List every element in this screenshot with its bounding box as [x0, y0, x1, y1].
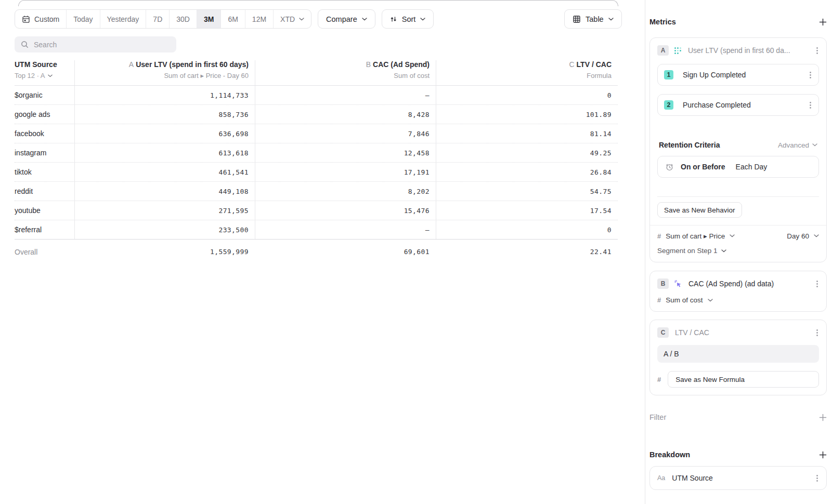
- value-cell-c: 26.84: [436, 163, 618, 181]
- save-as-new-formula-button[interactable]: Save as New Formula: [668, 371, 819, 388]
- date-range-custom[interactable]: Custom: [15, 10, 66, 28]
- chevron-down-icon[interactable]: [48, 74, 53, 77]
- sort-button[interactable]: Sort: [382, 9, 434, 29]
- value-cell-a: 233,500: [74, 220, 255, 239]
- value-cell-a: 636,698: [74, 124, 255, 143]
- day-window-dropdown[interactable]: Day 60: [787, 232, 809, 240]
- advanced-dropdown[interactable]: Advanced: [778, 141, 817, 149]
- metric-letter-badge: C: [657, 327, 669, 338]
- measure-dropdown[interactable]: Sum of cost: [666, 296, 703, 304]
- filter-section-header: Filter: [649, 413, 827, 421]
- date-range-xtd[interactable]: XTD: [273, 10, 311, 28]
- utm-source-cell: facebook: [15, 124, 74, 143]
- chevron-down-icon: [299, 18, 304, 21]
- value-cell-b: –: [255, 220, 436, 239]
- column-header-a[interactable]: AUser LTV (spend in first 60 days) Sum o…: [74, 60, 255, 85]
- overall-row: Overall 1,559,999 69,601 22.41: [15, 240, 618, 264]
- utm-source-cell: google ads: [15, 105, 74, 124]
- step-number-badge: 1: [664, 70, 673, 79]
- column-header-b[interactable]: BCAC (Ad Spend) Sum of cost: [255, 60, 436, 85]
- overall-label: Overall: [15, 240, 74, 264]
- metric-name[interactable]: LTV / CAC: [675, 328, 810, 337]
- results-table: UTM Source Top 12 · A AUser LTV (spend i…: [15, 57, 618, 264]
- report-card-top-edge: [18, 0, 618, 6]
- chevron-down-icon: [362, 18, 367, 21]
- value-cell-a: 449,108: [74, 182, 255, 201]
- kebab-menu-icon[interactable]: [815, 46, 819, 55]
- table-header: UTM Source Top 12 · A AUser LTV (spend i…: [15, 57, 618, 86]
- toolbar: Custom Today Yesterday 7D 30D 3M 6M 12M …: [15, 9, 434, 29]
- date-range-3m[interactable]: 3M: [197, 10, 220, 28]
- search-icon: [21, 41, 29, 48]
- metric-a-measure-footer: # Sum of cart ▸ Price Day 60 Segment on …: [650, 225, 826, 262]
- date-range-label: Custom: [34, 15, 59, 23]
- table-row[interactable]: youtube 271,595 15,476 17.54: [15, 201, 618, 220]
- segment-on-step-dropdown[interactable]: Segment on Step 1: [657, 247, 726, 255]
- metric-name[interactable]: CAC (Ad Spend) (ad data): [688, 280, 810, 288]
- chevron-down-icon: [608, 18, 614, 21]
- click-event-icon: [674, 280, 682, 288]
- search-input[interactable]: [34, 41, 170, 49]
- table-body: $organic 1,114,733 – 0 google ads 858,73…: [15, 86, 618, 240]
- kebab-menu-icon[interactable]: [815, 328, 819, 337]
- funnel-step-1[interactable]: 1 Sign Up Completed: [657, 64, 819, 86]
- table-row[interactable]: reddit 449,108 8,202 54.75: [15, 182, 618, 201]
- column-header-c[interactable]: CLTV / CAC Formula: [436, 60, 618, 85]
- save-as-new-behavior-button[interactable]: Save as New Behavior: [657, 202, 742, 218]
- compare-button[interactable]: Compare: [318, 9, 375, 29]
- table-row[interactable]: $referral 233,500 – 0: [15, 220, 618, 240]
- date-range-30d[interactable]: 30D: [169, 10, 197, 28]
- metric-card-a: A User LTV (spend in first 60 da... 1 Si…: [649, 37, 827, 262]
- date-range-yesterday[interactable]: Yesterday: [100, 10, 146, 28]
- value-cell-c: 0: [436, 220, 618, 239]
- date-range-today[interactable]: Today: [66, 10, 99, 28]
- kebab-menu-icon[interactable]: [815, 280, 819, 288]
- formula-input[interactable]: A / B: [657, 345, 819, 363]
- table-grid-icon: [573, 15, 581, 23]
- breakdown-item-utm-source[interactable]: Aa UTM Source: [649, 466, 827, 490]
- date-range-picker: Custom Today Yesterday 7D 30D 3M 6M 12M …: [15, 9, 311, 29]
- value-cell-c: 0: [436, 86, 618, 104]
- value-cell-a: 271,595: [74, 201, 255, 220]
- kebab-menu-icon[interactable]: [815, 474, 819, 483]
- chevron-down-icon[interactable]: [814, 234, 819, 237]
- kebab-menu-icon[interactable]: [809, 71, 812, 79]
- table-row[interactable]: facebook 636,698 7,846 81.14: [15, 124, 618, 143]
- add-metric-icon[interactable]: [819, 18, 827, 26]
- retention-behavior-card[interactable]: On or Before Each Day: [657, 156, 819, 178]
- value-cell-c: 54.75: [436, 182, 618, 201]
- table-row[interactable]: tiktok 461,541 17,191 26.84: [15, 163, 618, 182]
- add-filter-icon[interactable]: [819, 414, 827, 421]
- utm-source-cell: reddit: [15, 182, 74, 201]
- funnel-step-2[interactable]: 2 Purchase Completed: [657, 94, 819, 116]
- table-row[interactable]: $organic 1,114,733 – 0: [15, 86, 618, 105]
- value-cell-b: 8,428: [255, 105, 436, 124]
- date-range-7d[interactable]: 7D: [146, 10, 169, 28]
- utm-source-cell: $referral: [15, 220, 74, 239]
- value-cell-a: 613,618: [74, 143, 255, 162]
- text-property-icon: Aa: [657, 474, 665, 482]
- table-row[interactable]: google ads 858,736 8,428 101.89: [15, 105, 618, 124]
- chevron-down-icon[interactable]: [708, 299, 713, 302]
- table-row[interactable]: instagram 613,618 12,458 49.25: [15, 143, 618, 163]
- breakdown-section-header: Breakdown: [649, 450, 827, 459]
- main-panel: Custom Today Yesterday 7D 30D 3M 6M 12M …: [0, 0, 645, 504]
- measure-dropdown[interactable]: Sum of cart ▸ Price: [666, 232, 725, 240]
- value-cell-c: 49.25: [436, 143, 618, 162]
- source-column-header[interactable]: UTM Source Top 12 · A: [15, 60, 74, 85]
- metric-name[interactable]: User LTV (spend in first 60 da...: [688, 46, 810, 55]
- add-breakdown-icon[interactable]: [819, 451, 827, 459]
- utm-source-cell: youtube: [15, 201, 74, 220]
- date-range-12m[interactable]: 12M: [245, 10, 273, 28]
- value-cell-c: 81.14: [436, 124, 618, 143]
- calendar-icon: [22, 15, 30, 23]
- value-cell-b: 15,476: [255, 201, 436, 220]
- date-range-6m[interactable]: 6M: [220, 10, 244, 28]
- overall-value-c: 22.41: [436, 240, 618, 264]
- kebab-menu-icon[interactable]: [809, 101, 812, 110]
- metrics-header: Metrics: [649, 18, 827, 26]
- view-type-button[interactable]: Table: [564, 9, 622, 29]
- chevron-down-icon[interactable]: [730, 234, 735, 237]
- value-cell-b: 12,458: [255, 143, 436, 162]
- step-number-badge: 2: [664, 100, 673, 110]
